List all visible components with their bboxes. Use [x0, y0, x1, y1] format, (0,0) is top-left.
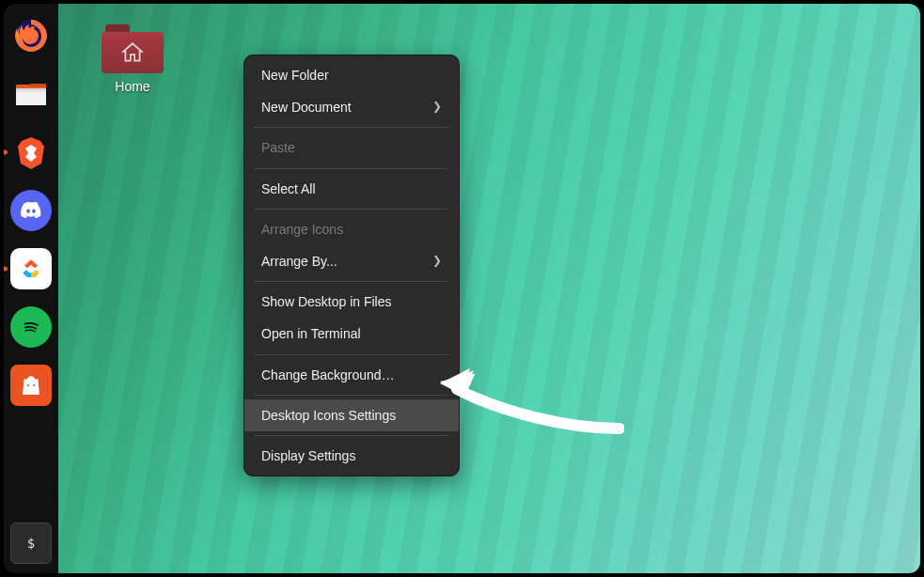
- menu-item-desktop-icons-settings[interactable]: Desktop Icons Settings: [244, 399, 459, 431]
- menu-item-label: New Document: [261, 99, 352, 116]
- menu-item-label: Arrange By...: [261, 253, 337, 270]
- menu-item-label: Desktop Icons Settings: [261, 407, 396, 424]
- menu-separator: [254, 168, 449, 169]
- discord-icon: [19, 198, 43, 223]
- svg-point-6: [33, 384, 35, 386]
- menu-separator: [254, 435, 449, 436]
- running-indicator: [4, 267, 8, 272]
- desktop-icon-home[interactable]: Home: [88, 24, 177, 94]
- menu-item-show-desktop-in-files[interactable]: Show Desktop in Files: [244, 286, 459, 318]
- menu-item-arrange-by[interactable]: Arrange By... ❯: [244, 245, 459, 277]
- files-icon: [12, 75, 50, 113]
- desktop-frame: $ Home New Folder New Document ❯ Paste: [4, 4, 920, 573]
- dock-item-software[interactable]: [10, 365, 52, 406]
- desktop-icon-label: Home: [115, 79, 149, 94]
- menu-item-display-settings[interactable]: Display Settings: [244, 440, 459, 472]
- menu-separator: [254, 127, 449, 128]
- menu-item-label: Select All: [261, 180, 316, 197]
- menu-item-open-in-terminal[interactable]: Open in Terminal: [244, 318, 459, 350]
- desktop-context-menu: New Folder New Document ❯ Paste Select A…: [243, 55, 460, 476]
- wallpaper[interactable]: [58, 4, 920, 573]
- svg-point-5: [27, 384, 29, 386]
- dock: $: [4, 4, 58, 573]
- dock-item-spotify[interactable]: [10, 306, 52, 348]
- menu-separator: [254, 354, 449, 355]
- menu-item-paste: Paste: [244, 132, 459, 164]
- menu-item-label: Show Desktop in Files: [261, 293, 392, 310]
- menu-item-label: Paste: [261, 139, 295, 156]
- menu-item-label: New Folder: [261, 67, 329, 84]
- chevron-right-icon: ❯: [432, 254, 442, 269]
- menu-separator: [254, 395, 449, 396]
- running-indicator: [4, 150, 8, 155]
- menu-separator: [254, 281, 449, 282]
- dock-item-discord[interactable]: [10, 190, 52, 231]
- dock-item-files[interactable]: [10, 73, 52, 115]
- brave-icon: [12, 133, 50, 171]
- dock-item-clickup[interactable]: [10, 248, 52, 289]
- menu-item-label: Open in Terminal: [261, 325, 361, 342]
- folder-icon: [102, 24, 164, 73]
- menu-item-label: Display Settings: [261, 447, 355, 464]
- menu-item-new-folder[interactable]: New Folder: [244, 59, 459, 91]
- menu-item-label: Arrange Icons: [261, 221, 343, 238]
- shopping-bag-icon: [19, 373, 43, 398]
- dock-item-terminal[interactable]: $: [10, 522, 52, 564]
- firefox-icon: [12, 17, 50, 55]
- svg-rect-3: [16, 92, 46, 105]
- menu-item-new-document[interactable]: New Document ❯: [244, 91, 459, 123]
- menu-item-arrange-icons: Arrange Icons: [244, 213, 459, 245]
- menu-separator: [254, 209, 449, 210]
- terminal-icon: $: [27, 536, 35, 551]
- home-icon: [120, 40, 145, 65]
- spotify-icon: [19, 315, 43, 339]
- menu-item-label: Change Background…: [261, 366, 395, 383]
- menu-item-select-all[interactable]: Select All: [244, 173, 459, 205]
- chevron-right-icon: ❯: [432, 100, 442, 115]
- clickup-icon: [18, 256, 44, 282]
- menu-item-change-background[interactable]: Change Background…: [244, 359, 459, 391]
- dock-item-brave[interactable]: [10, 132, 52, 173]
- dock-item-firefox[interactable]: [10, 15, 52, 56]
